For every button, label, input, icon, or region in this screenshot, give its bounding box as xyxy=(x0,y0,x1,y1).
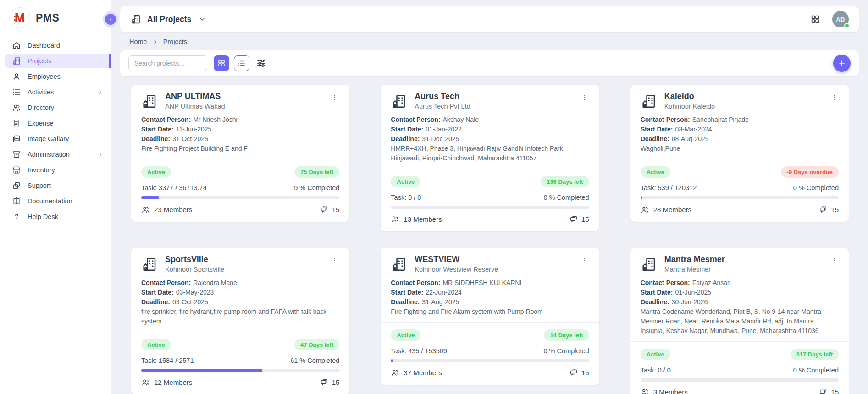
deadline-label: Deadline: xyxy=(141,135,170,142)
chat-count-value: 15 xyxy=(581,369,589,377)
deadline-label: Deadline: xyxy=(391,298,420,306)
status-badge: Active xyxy=(141,166,171,178)
chat-icon xyxy=(569,214,578,224)
card-menu-button[interactable] xyxy=(330,93,339,102)
breadcrumb-current: Projects xyxy=(163,38,187,45)
card-titles: Aurus Tech Aurus Tech Pvt Ltd xyxy=(415,92,580,110)
receipt-icon xyxy=(12,119,21,128)
task-count: Task: 435 / 153509 xyxy=(391,347,447,355)
status-row: Active 14 Days left xyxy=(391,329,589,341)
days-left-badge: 47 Days left xyxy=(294,339,339,350)
card-titles: Mantra Mesmer Mantra Mesmer xyxy=(664,255,829,273)
card-menu-button[interactable] xyxy=(330,256,339,265)
card-menu-button[interactable] xyxy=(580,93,589,102)
members-count: 28 Members xyxy=(641,205,691,214)
completed-percent: 0 % Completed xyxy=(544,347,589,355)
sidebar-item-documentation[interactable]: Documentation xyxy=(0,194,111,208)
start-date-value: 11-Jun-2025 xyxy=(176,126,212,133)
deadline-value: 08-Aug-2025 xyxy=(672,135,709,142)
contact-person-value: Akshay Nale xyxy=(442,116,479,123)
app-logo: M PMS xyxy=(0,0,111,35)
logo-letter: M xyxy=(15,12,25,24)
sidebar-item-label: Directory xyxy=(28,104,54,111)
sidebar-item-dashboard[interactable]: Dashboard xyxy=(0,38,111,52)
project-card: Mantra Mesmer Mantra Mesmer Contact Pers… xyxy=(630,248,849,394)
task-count: Task: 1584 / 2571 xyxy=(141,357,194,364)
members-label: 23 Members xyxy=(154,206,192,213)
sidebar-item-image-gallary[interactable]: Image Gallary xyxy=(0,132,111,146)
sidebar-item-label: Support xyxy=(28,182,51,189)
contact-person-row: Contact Person:Faiyaz Ansari xyxy=(641,278,839,288)
apps-grid-button[interactable] xyxy=(810,14,820,24)
sidebar-item-directory[interactable]: Directory xyxy=(0,101,111,115)
deadline-row: Deadline:03-Oct-2025 xyxy=(141,297,339,307)
sidebar-item-employees[interactable]: Employees xyxy=(0,70,111,83)
grid-view-button[interactable] xyxy=(214,55,229,71)
deadline-label: Deadline: xyxy=(141,298,170,306)
sidebar-item-administration[interactable]: Administration xyxy=(0,148,111,161)
sidebar-item-activities[interactable]: Activities xyxy=(0,85,111,99)
start-date-label: Start Date: xyxy=(391,289,423,296)
completed-percent: 0 % Completed xyxy=(544,194,589,201)
chevron-down-icon xyxy=(199,16,206,23)
card-menu-button[interactable] xyxy=(829,256,839,265)
card-menu-button[interactable] xyxy=(829,93,839,102)
breadcrumb-home[interactable]: Home xyxy=(129,38,147,45)
days-left-badge: 317 Days left xyxy=(791,349,839,360)
card-header: Kaleido Kohinoor Kaleido xyxy=(641,92,839,110)
chevron-left-icon xyxy=(108,16,114,22)
contact-person-row: Contact Person:MR SIDDHESH KULKARNI xyxy=(391,278,589,288)
add-project-button[interactable] xyxy=(833,55,851,72)
list-icon xyxy=(12,88,21,97)
card-details: Contact Person:Sahebhajrat Pirjade Start… xyxy=(641,115,839,153)
sidebar-item-support[interactable]: Support xyxy=(0,179,111,192)
search-input[interactable] xyxy=(128,55,207,71)
store-icon xyxy=(12,165,21,175)
status-row: Active 47 Days left xyxy=(141,339,339,350)
start-date-row: Start Date:11-Jun-2025 xyxy=(141,125,339,134)
task-row: Task: 0 / 0 0 % Completed xyxy=(641,367,839,374)
members-icon xyxy=(141,205,150,214)
sidebar-item-inventory[interactable]: Inventory xyxy=(0,163,111,177)
members-label: 3 Members xyxy=(653,388,688,394)
chat-count[interactable]: 15 xyxy=(818,205,839,214)
card-titles: ANP ULTIMAS ANP Ultimas Wakad xyxy=(165,92,330,110)
sidebar-collapse-button[interactable] xyxy=(105,14,116,25)
progress-bar xyxy=(641,196,839,199)
sidebar-item-label: Help Desk xyxy=(28,213,58,220)
card-details: Contact Person:Mr Nitesh Joshi Start Dat… xyxy=(141,115,339,153)
card-menu-button[interactable] xyxy=(580,256,589,265)
project-card: Aurus Tech Aurus Tech Pvt Ltd Contact Pe… xyxy=(381,85,599,231)
progress-bar xyxy=(141,196,339,199)
project-selector[interactable]: All Projects xyxy=(130,14,206,25)
start-date-row: Start Date:03-Mar-2024 xyxy=(641,125,839,134)
start-date-label: Start Date: xyxy=(391,126,423,133)
contact-person-value: Rajendra Mane xyxy=(193,279,237,286)
progress-bar xyxy=(391,206,589,209)
sidebar-item-help-desk[interactable]: Help Desk xyxy=(0,210,111,224)
deadline-label: Deadline: xyxy=(641,135,669,142)
project-name: Aurus Tech xyxy=(415,92,580,101)
chat-count[interactable]: 15 xyxy=(320,205,340,214)
sidebar-item-label: Dashboard xyxy=(28,42,60,49)
project-card: ANP ULTIMAS ANP Ultimas Wakad Contact Pe… xyxy=(131,85,349,222)
avatar-initials: AD xyxy=(836,16,845,23)
days-left-badge: -9 Days overdue xyxy=(781,166,839,178)
deadline-value: 03-Oct-2025 xyxy=(172,298,208,306)
deadline-value: 31-Aug-2025 xyxy=(422,298,459,306)
list-view-button[interactable] xyxy=(234,55,249,71)
chat-count[interactable]: 15 xyxy=(818,387,839,394)
members-icon xyxy=(391,215,399,224)
filter-button[interactable] xyxy=(256,58,267,69)
avatar[interactable]: AD xyxy=(832,11,849,27)
divider xyxy=(630,159,849,159)
project-card: SportsVille Kohinoor Sportsville Contact… xyxy=(131,248,349,394)
progress-bar xyxy=(141,369,339,372)
sidebar-item-expense[interactable]: Expense xyxy=(0,116,111,130)
chat-count[interactable]: 15 xyxy=(569,214,589,224)
project-description: Wagholi,Pune xyxy=(641,144,839,153)
chat-count[interactable]: 15 xyxy=(320,378,340,387)
chat-count[interactable]: 15 xyxy=(569,368,589,377)
sidebar-item-projects[interactable]: Projects xyxy=(5,54,111,68)
building-icon xyxy=(12,56,21,66)
